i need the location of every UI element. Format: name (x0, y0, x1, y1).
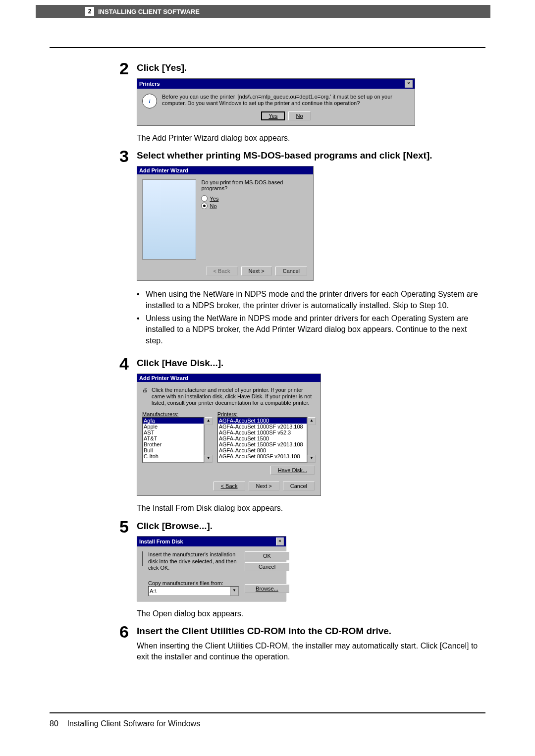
back-button: < Back (206, 267, 238, 275)
page-header: 2 INSTALLING CLIENT SOFTWARE (36, 5, 490, 18)
step-2-caption: The Add Printer Wizard dialog box appear… (137, 133, 485, 144)
wizard-msdos-dialog: Add Printer Wizard Do you print from MS-… (137, 166, 314, 281)
cancel-button[interactable]: Cancel (283, 482, 315, 490)
manufacturers-label: Manufacturers: (142, 411, 178, 417)
step-title-2: Click [Yes]. (137, 62, 485, 74)
close-icon[interactable]: × (276, 538, 284, 545)
list-item[interactable]: AGFA-AccuSet 1000 (218, 418, 307, 424)
wizard-havedisk-title: Add Printer Wizard (139, 375, 188, 381)
install-instruction: Insert the manufacturer's installation d… (148, 551, 239, 571)
close-icon[interactable]: × (405, 80, 413, 88)
step-number-6: 6 (109, 623, 129, 662)
cancel-button[interactable]: Cancel (275, 267, 307, 275)
scroll-up-icon[interactable]: ▲ (205, 417, 213, 425)
step-number-3: 3 (109, 148, 129, 351)
radio-no[interactable]: No (201, 203, 308, 209)
list-item[interactable]: AST (143, 430, 204, 435)
back-button[interactable]: < Back (214, 482, 245, 490)
header-page-number: 2 (85, 7, 94, 16)
printers-label: Printers: (217, 411, 238, 417)
chevron-down-icon[interactable]: ▼ (230, 587, 238, 595)
no-button[interactable]: No (288, 111, 310, 120)
wizard-havedisk-dialog: Add Printer Wizard 🖨 Click the manufactu… (137, 374, 321, 496)
manufacturers-list[interactable]: Agfa Apple AST AT&T Brother Bull C-Itoh (142, 417, 204, 463)
yes-button[interactable]: Yes (261, 111, 285, 120)
scroll-up-icon[interactable]: ▲ (308, 417, 316, 425)
footer-page-number: 80 (50, 719, 58, 728)
cancel-button[interactable]: Cancel (245, 562, 289, 571)
header-title: INSTALLING CLIENT SOFTWARE (98, 8, 200, 15)
list-item[interactable]: AGFA-AccuSet 800 (218, 447, 307, 453)
list-item[interactable]: Apple (143, 424, 204, 430)
step-number-2: 2 (109, 60, 129, 144)
step-number-4: 4 (109, 355, 129, 514)
step-4-caption: The Install From Disk dialog box appears… (137, 503, 485, 514)
browse-button[interactable]: Browse... (245, 584, 289, 593)
list-item[interactable]: Brother (143, 441, 204, 447)
step-3-bullets: When using the NetWare in NDPS mode and … (137, 289, 485, 346)
printer-icon: 🖨 (142, 387, 148, 401)
step-6-caption: When inserting the Client Utilities CD-R… (137, 641, 485, 663)
list-item[interactable]: AT&T (143, 435, 204, 441)
next-button[interactable]: Next > (241, 267, 272, 275)
info-icon: i (142, 94, 157, 108)
footer-text: Installing Client Software for Windows (67, 719, 201, 728)
printers-dialog-message: Before you can use the printer '[nds\\.c… (162, 94, 410, 107)
path-input[interactable] (149, 587, 230, 595)
scroll-down-icon[interactable]: ▼ (205, 455, 213, 463)
list-item[interactable]: C-Itoh (143, 453, 204, 459)
next-button[interactable]: Next > (249, 482, 279, 490)
ok-button[interactable]: OK (245, 551, 289, 560)
step-title-4: Click [Have Disk...]. (137, 357, 485, 370)
list-item[interactable]: AGFA-AccuSet 1000SF v52.3 (218, 430, 307, 435)
footer-rule (50, 712, 485, 713)
step-title-5: Click [Browse...]. (137, 520, 485, 533)
page-footer: 80 Installing Client Software for Window… (50, 719, 200, 728)
step-title-6: Insert the Client Utilities CD-ROM into … (137, 625, 485, 638)
scrollbar[interactable]: ▲ ▼ (307, 417, 316, 463)
install-from-disk-title: Install From Disk (139, 539, 183, 544)
printers-dialog: Printers × i Before you can use the prin… (137, 78, 415, 126)
radio-yes[interactable]: Yes (201, 195, 308, 202)
bullet-item: When using the NetWare in NDPS mode and … (137, 289, 485, 311)
bullet-item: Unless using the NetWare in NDPS mode an… (137, 313, 485, 346)
install-from-disk-dialog: Install From Disk × Insert the manufactu… (137, 536, 286, 601)
copy-from-label: Copy manufacturer's files from: (148, 580, 223, 586)
radio-no-label: No (210, 203, 216, 209)
step-title-3: Select whether printing MS-DOS-based pro… (137, 150, 485, 162)
disk-icon (142, 551, 143, 566)
step-5-caption: The Open dialog box appears. (137, 608, 485, 619)
list-item[interactable]: Agfa (143, 418, 204, 424)
section-rule (50, 47, 485, 48)
list-item[interactable]: AGFA-AccuSet 1500SF v2013.108 (218, 441, 307, 447)
scrollbar[interactable]: ▲ ▼ (204, 417, 213, 463)
radio-yes-label: Yes (210, 196, 218, 202)
havedisk-instruction: Click the manufacturer and model of your… (152, 387, 316, 407)
list-item[interactable]: AGFA-AccuSet 1000SF v2013.108 (218, 424, 307, 430)
msdos-question: Do you print from MS-DOS-based programs? (201, 179, 308, 191)
printers-list[interactable]: AGFA-AccuSet 1000 AGFA-AccuSet 1000SF v2… (217, 417, 307, 463)
list-item[interactable]: Bull (143, 447, 204, 453)
wizard-msdos-title: Add Printer Wizard (139, 167, 188, 173)
step-number-5: 5 (109, 518, 129, 620)
have-disk-button[interactable]: Have Disk... (270, 466, 315, 475)
wizard-illustration-icon (142, 179, 196, 260)
path-combo[interactable]: ▼ (148, 586, 239, 596)
list-item[interactable]: AGFA-AccuSet 1500 (218, 435, 307, 441)
scroll-down-icon[interactable]: ▼ (308, 455, 316, 463)
printers-dialog-title: Printers (139, 81, 160, 87)
list-item[interactable]: AGFA-AccuSet 800SF v2013.108 (218, 453, 307, 459)
